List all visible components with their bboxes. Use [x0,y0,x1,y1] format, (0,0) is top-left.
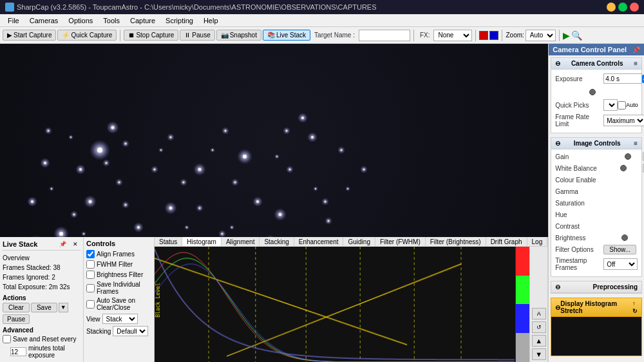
display-hist-icon2[interactable]: ↻ [632,308,638,314]
auto-checkbox[interactable] [618,101,626,110]
live-stack-panel: Live Stack 📌 ✕ Overview Frames Stacked: … [0,237,84,362]
quick-capture-label: Quick Capture [71,32,112,39]
quick-picks-select[interactable] [603,99,618,111]
histogram-up-button[interactable]: ▲ [532,335,546,347]
save-dropdown-arrow[interactable]: ▼ [59,303,68,312]
view-select[interactable]: Stack [102,314,138,324]
menu-capture[interactable]: Capture [125,15,160,26]
tab-guiding[interactable]: Guiding [343,237,375,246]
color-box-red [479,31,488,40]
toolbar-separator-5 [559,30,560,41]
tab-status[interactable]: Status [155,237,182,246]
preprocessing-title: Preprocessing [593,283,638,291]
start-capture-label: Start Capture [14,32,52,39]
live-stack-dock-icon[interactable]: 📌 [57,240,69,249]
histogram-auto-button[interactable]: A [532,308,546,319]
tab-filter-brightness[interactable]: Filter (Brightness) [426,237,486,246]
menu-tools[interactable]: Tools [98,15,125,26]
app-icon [5,3,14,12]
menu-cameras[interactable]: Cameras [24,15,64,26]
display-histogram-header[interactable]: ⊖ Display Histogram Stretch ↑ ↻ [551,298,641,317]
minimize-button[interactable]: ─ [607,3,616,12]
menu-file[interactable]: File [3,15,24,26]
preproc-collapse-icon: ⊖ [555,283,560,291]
camera-controls-header[interactable]: ⊖ Camera Controls ≡ [551,58,641,70]
auto-save-checkbox[interactable] [86,300,95,309]
frames-ignored-label: Frames Ignored: [3,274,50,281]
tab-enhancement[interactable]: Enhancement [294,237,344,246]
display-histogram-canvas [551,317,641,356]
contrast-slider[interactable] [605,222,644,231]
target-name-input[interactable] [359,30,410,41]
tab-alignment[interactable]: Alignment [222,237,260,246]
save-reset-unit-label: minutes total exposure [28,345,80,359]
brightness-filter-checkbox[interactable] [86,271,95,279]
tab-histogram[interactable]: Histogram [182,237,222,246]
pause-button[interactable]: ⏸ Pause [180,30,214,41]
snapshot-button[interactable]: 📷 Snapshot [216,30,261,41]
pause-stack-button[interactable]: Pause [3,314,30,324]
stacking-select[interactable]: Default [113,326,148,336]
gain-slider[interactable] [605,152,641,161]
tab-filter-fwhm[interactable]: Filter (FWHM) [375,237,426,246]
live-stack-title: Live Stack [3,240,37,248]
save-button[interactable]: Save [31,303,57,312]
image-controls-header[interactable]: ⊖ Image Controls ≡ [551,138,641,149]
camera-control-panel: Camera Control Panel 📌 ⊖ Camera Controls… [548,44,644,362]
tab-log[interactable]: Log [527,237,548,246]
auto-save-label: Auto Save on Clear/Close [97,297,151,311]
fx-select[interactable]: None [433,30,472,41]
frames-ignored-row: Frames Ignored: 2 [3,272,80,282]
live-stack-titlebar: Live Stack 📌 ✕ [3,240,80,251]
histogram-reset-button[interactable]: ↺ [532,321,546,333]
exposure-input[interactable] [603,73,642,84]
quick-capture-button[interactable]: ⚡ Quick Capture [57,30,117,41]
brightness-slider[interactable] [605,233,644,242]
tab-stacking[interactable]: Stacking [260,237,294,246]
exposure-slider[interactable] [558,88,641,97]
display-hist-icons: ↑ ↻ [632,300,638,314]
live-stack-controls: 📌 ✕ [57,240,80,249]
live-stack-button[interactable]: 📚 Live Stack [263,30,310,41]
image-view [0,44,548,237]
save-reset-minutes-input[interactable] [10,347,26,356]
filter-options-show-button[interactable]: Show... [603,245,636,254]
menu-help[interactable]: Help [198,15,223,26]
view-label: View [86,316,100,323]
preprocessing-header[interactable]: ⊖ Preprocessing [551,281,641,293]
stop-capture-button[interactable]: ⏹ Stop Capture [124,30,178,41]
left-content: Live Stack 📌 ✕ Overview Frames Stacked: … [0,44,548,362]
save-reset-row: Save and Reset every [3,335,80,343]
align-frames-checkbox[interactable] [86,250,95,258]
menu-scripting[interactable]: Scripting [160,15,198,26]
filter-options-row: Filter Options Show... [555,245,638,254]
fwhm-filter-checkbox[interactable] [86,260,95,269]
close-button[interactable]: ✕ [630,3,639,12]
snapshot-label: Snapshot [230,32,257,39]
display-hist-icon1[interactable]: ↑ [632,300,638,307]
white-balance-slider[interactable] [605,164,641,173]
tab-drift-graph[interactable]: Drift Graph [486,237,527,246]
menu-options[interactable]: Options [63,15,98,26]
timestamp-select[interactable]: Off [603,258,638,270]
maximize-button[interactable]: □ [618,3,627,12]
frame-rate-select[interactable]: Maximum [603,115,644,126]
live-stack-close-icon[interactable]: ✕ [70,240,80,249]
quick-picks-row: Quick Picks Auto [555,99,638,111]
zoom-select[interactable]: Auto [526,30,556,41]
hue-slider[interactable] [605,210,644,219]
clear-button[interactable]: Clear [3,303,30,312]
panel-dock-pin[interactable]: 📌 [632,46,640,53]
image-controls-section: ⊖ Image Controls ≡ Gain Auto 1342 White … [551,137,642,277]
colour-enable-slider[interactable] [605,175,644,184]
save-reset-checkbox[interactable] [3,335,11,343]
histogram-down-button[interactable]: ▼ [532,348,546,360]
gamma-slider[interactable] [605,187,644,196]
save-individual-checkbox[interactable] [86,284,95,292]
title-bar: SharpCap (v3.2.5865) - ToupcamAstro - C:… [0,0,644,14]
start-capture-button[interactable]: ▶ Start Capture [3,30,56,41]
live-stack-icon: 📚 [267,32,275,39]
frames-stacked-value: 38 [53,264,60,271]
search-icon[interactable]: 🔍 [571,30,582,41]
saturation-slider[interactable] [605,198,644,207]
